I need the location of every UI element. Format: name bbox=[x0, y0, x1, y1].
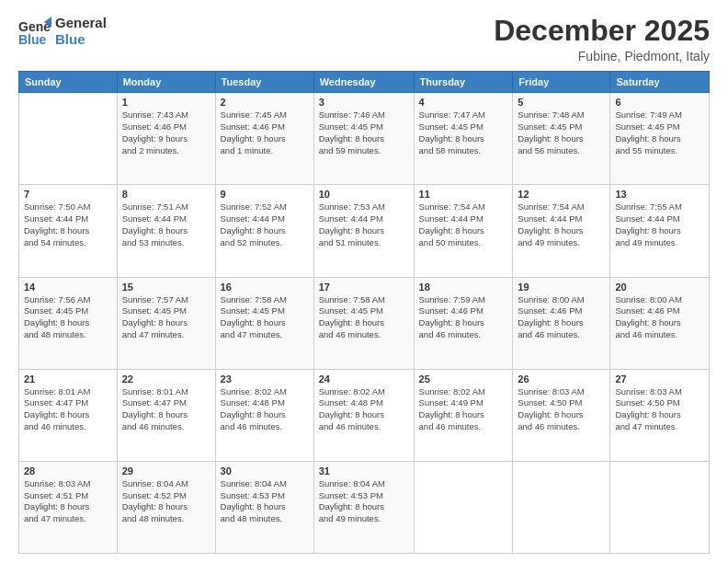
logo-line2: Blue bbox=[55, 31, 107, 48]
day-number: 13 bbox=[615, 189, 704, 200]
calendar-body: 1Sunrise: 7:43 AMSunset: 4:46 PMDaylight… bbox=[19, 93, 710, 554]
day-info: Sunrise: 7:49 AMSunset: 4:45 PMDaylight:… bbox=[615, 109, 704, 156]
day-number: 16 bbox=[221, 282, 309, 293]
cal-cell: 22Sunrise: 8:01 AMSunset: 4:47 PMDayligh… bbox=[117, 369, 215, 461]
cal-cell: 9Sunrise: 7:52 AMSunset: 4:44 PMDaylight… bbox=[215, 185, 313, 277]
svg-text:Blue: Blue bbox=[18, 32, 47, 47]
cal-cell: 13Sunrise: 7:55 AMSunset: 4:44 PMDayligh… bbox=[610, 185, 710, 277]
cal-cell: 14Sunrise: 7:56 AMSunset: 4:45 PMDayligh… bbox=[19, 277, 118, 369]
day-info: Sunrise: 8:00 AMSunset: 4:46 PMDaylight:… bbox=[518, 294, 605, 341]
day-info: Sunrise: 7:54 AMSunset: 4:44 PMDaylight:… bbox=[419, 201, 508, 248]
day-info: Sunrise: 8:04 AMSunset: 4:53 PMDaylight:… bbox=[221, 478, 309, 525]
day-info: Sunrise: 7:54 AMSunset: 4:44 PMDaylight:… bbox=[518, 201, 605, 248]
week-row-4: 21Sunrise: 8:01 AMSunset: 4:47 PMDayligh… bbox=[19, 369, 710, 461]
cal-cell: 5Sunrise: 7:48 AMSunset: 4:45 PMDaylight… bbox=[513, 93, 610, 185]
day-number: 10 bbox=[319, 189, 409, 200]
cal-cell: 4Sunrise: 7:47 AMSunset: 4:45 PMDaylight… bbox=[414, 93, 513, 185]
day-number: 25 bbox=[419, 373, 508, 385]
day-info: Sunrise: 7:55 AMSunset: 4:44 PMDaylight:… bbox=[615, 201, 704, 248]
cal-cell: 10Sunrise: 7:53 AMSunset: 4:44 PMDayligh… bbox=[313, 185, 414, 277]
day-info: Sunrise: 8:03 AMSunset: 4:51 PMDaylight:… bbox=[24, 478, 112, 525]
day-info: Sunrise: 8:04 AMSunset: 4:53 PMDaylight:… bbox=[319, 478, 409, 525]
cal-cell: 28Sunrise: 8:03 AMSunset: 4:51 PMDayligh… bbox=[19, 461, 118, 553]
day-info: Sunrise: 8:03 AMSunset: 4:50 PMDaylight:… bbox=[518, 386, 605, 433]
day-number: 22 bbox=[122, 373, 210, 385]
cal-cell: 21Sunrise: 8:01 AMSunset: 4:47 PMDayligh… bbox=[19, 369, 118, 461]
day-number: 15 bbox=[122, 282, 210, 293]
cal-cell: 20Sunrise: 8:00 AMSunset: 4:46 PMDayligh… bbox=[610, 277, 710, 369]
day-info: Sunrise: 8:01 AMSunset: 4:47 PMDaylight:… bbox=[122, 386, 210, 433]
location: Fubine, Piedmont, Italy bbox=[494, 49, 710, 63]
day-number: 9 bbox=[221, 189, 309, 200]
cal-cell: 12Sunrise: 7:54 AMSunset: 4:44 PMDayligh… bbox=[513, 185, 610, 277]
cal-cell: 7Sunrise: 7:50 AMSunset: 4:44 PMDaylight… bbox=[19, 185, 118, 277]
day-info: Sunrise: 7:43 AMSunset: 4:46 PMDaylight:… bbox=[122, 109, 210, 156]
day-info: Sunrise: 7:51 AMSunset: 4:44 PMDaylight:… bbox=[122, 201, 210, 248]
day-info: Sunrise: 8:01 AMSunset: 4:47 PMDaylight:… bbox=[24, 386, 112, 433]
day-info: Sunrise: 7:45 AMSunset: 4:46 PMDaylight:… bbox=[221, 109, 309, 156]
page: General Blue General Blue December 2025 … bbox=[0, 0, 728, 563]
cal-cell: 26Sunrise: 8:03 AMSunset: 4:50 PMDayligh… bbox=[513, 369, 610, 461]
day-info: Sunrise: 8:02 AMSunset: 4:48 PMDaylight:… bbox=[221, 386, 309, 433]
day-number: 23 bbox=[221, 373, 309, 385]
day-info: Sunrise: 7:58 AMSunset: 4:45 PMDaylight:… bbox=[221, 294, 309, 341]
day-info: Sunrise: 7:59 AMSunset: 4:46 PMDaylight:… bbox=[419, 294, 508, 341]
day-number: 17 bbox=[319, 282, 409, 293]
logo: General Blue General Blue bbox=[18, 15, 107, 48]
cal-cell: 25Sunrise: 8:02 AMSunset: 4:49 PMDayligh… bbox=[414, 369, 513, 461]
day-number: 11 bbox=[419, 189, 508, 200]
day-info: Sunrise: 8:03 AMSunset: 4:50 PMDaylight:… bbox=[615, 386, 704, 433]
day-info: Sunrise: 7:48 AMSunset: 4:45 PMDaylight:… bbox=[518, 109, 605, 156]
day-number: 31 bbox=[319, 465, 409, 477]
cal-cell: 31Sunrise: 8:04 AMSunset: 4:53 PMDayligh… bbox=[313, 461, 414, 553]
week-row-1: 1Sunrise: 7:43 AMSunset: 4:46 PMDaylight… bbox=[19, 93, 710, 185]
cal-cell bbox=[513, 461, 610, 553]
cal-cell: 29Sunrise: 8:04 AMSunset: 4:52 PMDayligh… bbox=[117, 461, 215, 553]
day-info: Sunrise: 8:02 AMSunset: 4:49 PMDaylight:… bbox=[419, 386, 508, 433]
day-info: Sunrise: 7:50 AMSunset: 4:44 PMDaylight:… bbox=[24, 201, 112, 248]
cal-cell bbox=[19, 93, 118, 185]
title-block: December 2025 Fubine, Piedmont, Italy bbox=[494, 15, 710, 63]
day-number: 4 bbox=[419, 97, 508, 108]
week-row-2: 7Sunrise: 7:50 AMSunset: 4:44 PMDaylight… bbox=[19, 185, 710, 277]
day-number: 30 bbox=[221, 465, 309, 477]
day-number: 5 bbox=[518, 97, 605, 108]
day-number: 3 bbox=[319, 97, 409, 108]
day-info: Sunrise: 8:02 AMSunset: 4:48 PMDaylight:… bbox=[319, 386, 409, 433]
dow-header-thursday: Thursday bbox=[414, 72, 513, 93]
logo-line1: General bbox=[55, 15, 107, 31]
day-number: 8 bbox=[122, 189, 210, 200]
day-info: Sunrise: 7:47 AMSunset: 4:45 PMDaylight:… bbox=[419, 109, 508, 156]
cal-cell: 24Sunrise: 8:02 AMSunset: 4:48 PMDayligh… bbox=[313, 369, 414, 461]
cal-cell: 19Sunrise: 8:00 AMSunset: 4:46 PMDayligh… bbox=[513, 277, 610, 369]
day-number: 27 bbox=[615, 373, 704, 385]
dow-header-sunday: Sunday bbox=[19, 72, 118, 93]
day-number: 2 bbox=[221, 97, 309, 108]
day-info: Sunrise: 7:46 AMSunset: 4:45 PMDaylight:… bbox=[319, 109, 409, 156]
cal-cell: 23Sunrise: 8:02 AMSunset: 4:48 PMDayligh… bbox=[215, 369, 313, 461]
day-info: Sunrise: 7:53 AMSunset: 4:44 PMDaylight:… bbox=[319, 201, 409, 248]
cal-cell: 16Sunrise: 7:58 AMSunset: 4:45 PMDayligh… bbox=[215, 277, 313, 369]
cal-cell: 15Sunrise: 7:57 AMSunset: 4:45 PMDayligh… bbox=[117, 277, 215, 369]
day-number: 14 bbox=[24, 282, 112, 293]
days-of-week-row: SundayMondayTuesdayWednesdayThursdayFrid… bbox=[19, 72, 710, 93]
header: General Blue General Blue December 2025 … bbox=[18, 15, 710, 63]
cal-cell bbox=[610, 461, 710, 553]
cal-cell: 1Sunrise: 7:43 AMSunset: 4:46 PMDaylight… bbox=[117, 93, 215, 185]
day-number: 1 bbox=[122, 97, 210, 108]
cal-cell: 3Sunrise: 7:46 AMSunset: 4:45 PMDaylight… bbox=[313, 93, 414, 185]
day-number: 26 bbox=[518, 373, 605, 385]
day-number: 28 bbox=[24, 465, 112, 477]
day-info: Sunrise: 7:58 AMSunset: 4:45 PMDaylight:… bbox=[319, 294, 409, 341]
week-row-5: 28Sunrise: 8:03 AMSunset: 4:51 PMDayligh… bbox=[19, 461, 710, 553]
day-info: Sunrise: 7:56 AMSunset: 4:45 PMDaylight:… bbox=[24, 294, 112, 341]
day-number: 29 bbox=[122, 465, 210, 477]
cal-cell: 6Sunrise: 7:49 AMSunset: 4:45 PMDaylight… bbox=[610, 93, 710, 185]
dow-header-wednesday: Wednesday bbox=[313, 72, 414, 93]
day-info: Sunrise: 8:04 AMSunset: 4:52 PMDaylight:… bbox=[122, 478, 210, 525]
cal-cell: 8Sunrise: 7:51 AMSunset: 4:44 PMDaylight… bbox=[117, 185, 215, 277]
logo-icon: General Blue bbox=[18, 15, 51, 48]
day-number: 20 bbox=[615, 282, 704, 293]
day-info: Sunrise: 7:57 AMSunset: 4:45 PMDaylight:… bbox=[122, 294, 210, 341]
dow-header-monday: Monday bbox=[117, 72, 215, 93]
